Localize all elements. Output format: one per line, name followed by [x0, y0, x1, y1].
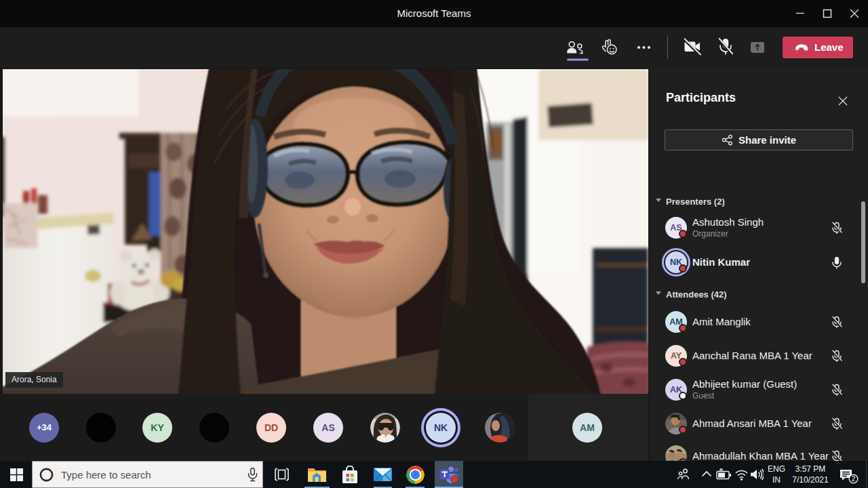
svg-text:2: 2 [852, 475, 856, 483]
